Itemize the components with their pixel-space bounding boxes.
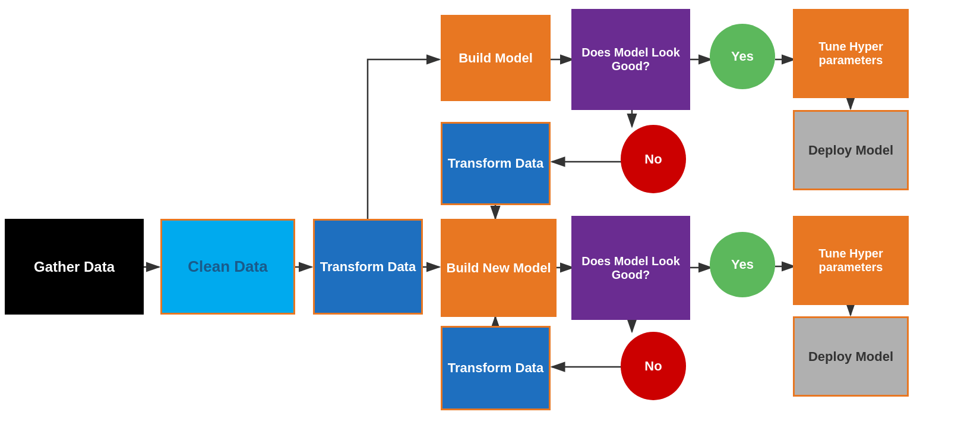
tune-hyper-bot-node: Tune Hyper parameters [793, 216, 909, 305]
tune-hyper-top-node: Tune Hyper parameters [793, 9, 909, 98]
deploy-bot-node: Deploy Model [793, 316, 909, 397]
transform-data-bot-node: Transform Data [441, 326, 551, 410]
no-top-node: No [621, 125, 686, 193]
transform-data-top-node: Transform Data [441, 122, 551, 205]
yes-top-node: Yes [710, 24, 775, 89]
flowchart: Gather Data Clean Data Transform Data Bu… [0, 0, 980, 421]
build-new-model-node: Build New Model [441, 219, 557, 317]
no-bot-node: No [621, 332, 686, 400]
does-model-good-top-node: Does Model Look Good? [571, 9, 690, 110]
deploy-top-node: Deploy Model [793, 110, 909, 190]
build-model-node: Build Model [441, 15, 551, 101]
gather-data-node: Gather Data [5, 219, 144, 315]
clean-data-node: Clean Data [160, 219, 295, 315]
yes-bot-node: Yes [710, 232, 775, 297]
does-model-good-bot-node: Does Model Look Good? [571, 216, 690, 320]
transform-data-main-node: Transform Data [313, 219, 423, 315]
